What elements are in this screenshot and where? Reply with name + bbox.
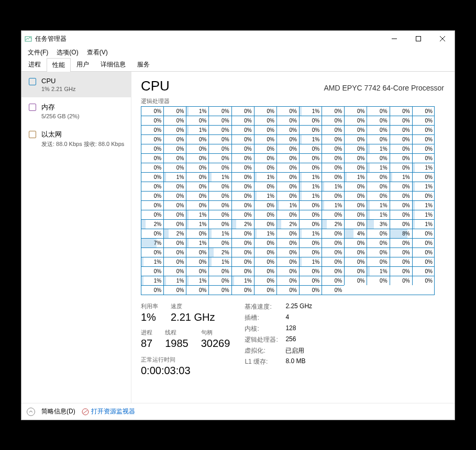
lp-cell[interactable]: 0%	[231, 248, 254, 257]
lp-cell[interactable]: 0%	[141, 285, 163, 295]
lp-cell[interactable]: 0%	[163, 238, 186, 248]
lp-cell[interactable]: 1%	[163, 172, 186, 182]
lp-cell[interactable]: 1%	[186, 219, 208, 229]
lp-cell[interactable]: 0%	[322, 144, 344, 153]
lp-cell[interactable]: 0%	[254, 238, 276, 248]
lp-cell[interactable]: 1%	[412, 182, 435, 191]
lp-cell[interactable]: 0%	[186, 144, 208, 153]
lp-cell[interactable]: 0%	[322, 153, 344, 163]
lp-cell[interactable]: 1%	[299, 182, 322, 191]
lp-cell[interactable]: 0%	[390, 248, 412, 257]
lp-cell[interactable]: 1%	[299, 257, 322, 266]
lp-cell[interactable]: 0%	[367, 182, 389, 191]
sidebar-item-cpu[interactable]: CPU 1% 2.21 GHz	[21, 72, 131, 97]
lp-cell[interactable]: 0%	[344, 248, 367, 257]
lp-cell[interactable]: 0%	[163, 144, 186, 153]
lp-cell[interactable]: 0%	[208, 106, 231, 116]
lp-cell[interactable]: 0%	[186, 182, 208, 191]
lp-cell[interactable]: 0%	[299, 144, 322, 153]
lp-cell[interactable]: 0%	[231, 229, 254, 238]
lp-cell[interactable]: 0%	[412, 125, 435, 134]
lp-cell[interactable]: 0%	[186, 229, 208, 238]
lp-cell[interactable]: 1%	[344, 172, 367, 182]
chevron-up-icon[interactable]	[27, 408, 35, 416]
lp-cell[interactable]: 1%	[186, 125, 208, 134]
lp-cell[interactable]: 0%	[208, 285, 231, 295]
lp-cell[interactable]: 1%	[254, 172, 276, 182]
lp-cell[interactable]: 0%	[299, 219, 322, 229]
close-button[interactable]	[430, 31, 455, 47]
lp-cell[interactable]: 0%	[299, 238, 322, 248]
open-resmon-link[interactable]: 打开资源监视器	[91, 407, 135, 416]
lp-cell[interactable]: 1%	[163, 276, 186, 285]
lp-cell[interactable]: 1%	[231, 276, 254, 285]
lp-cell[interactable]: 0%	[322, 125, 344, 134]
lp-cell[interactable]: 0%	[163, 200, 186, 210]
lp-cell[interactable]: 2%	[276, 219, 299, 229]
lp-cell[interactable]: 0%	[367, 248, 389, 257]
lp-cell[interactable]: 0%	[231, 172, 254, 182]
lp-cell[interactable]: 0%	[186, 257, 208, 266]
lp-cell[interactable]: 0%	[412, 191, 435, 200]
lp-cell[interactable]: 0%	[208, 276, 231, 285]
lp-cell[interactable]: 0%	[412, 144, 435, 153]
lp-cell[interactable]: 0%	[412, 257, 435, 266]
lp-cell[interactable]: 1%	[367, 144, 389, 153]
lp-cell[interactable]: 0%	[254, 210, 276, 219]
tab-processes[interactable]: 进程	[23, 58, 47, 71]
lp-cell[interactable]: 1%	[299, 106, 322, 116]
lp-cell[interactable]: 0%	[344, 163, 367, 172]
lp-cell[interactable]: 1%	[254, 229, 276, 238]
lp-cell[interactable]: 0%	[141, 172, 163, 182]
lp-cell[interactable]: 1%	[186, 238, 208, 248]
lp-cell[interactable]: 3%	[367, 219, 389, 229]
lp-cell[interactable]: 0%	[344, 106, 367, 116]
lp-cell[interactable]: 1%	[208, 229, 231, 238]
lp-cell[interactable]: 1%	[367, 163, 389, 172]
lp-cell[interactable]: 0%	[322, 266, 344, 276]
lp-cell[interactable]: 0%	[322, 257, 344, 266]
lp-cell[interactable]: 0%	[322, 229, 344, 238]
lp-cell[interactable]: 1%	[367, 266, 389, 276]
lp-cell[interactable]: 0%	[367, 172, 389, 182]
lp-cell[interactable]: 0%	[276, 210, 299, 219]
lp-cell[interactable]: 0%	[322, 248, 344, 257]
lp-cell[interactable]: 0%	[276, 191, 299, 200]
lp-cell[interactable]: 0%	[163, 257, 186, 266]
maximize-button[interactable]	[406, 31, 430, 47]
lp-cell[interactable]: 0%	[163, 134, 186, 144]
lp-cell[interactable]: 1%	[186, 106, 208, 116]
lp-cell[interactable]: 0%	[412, 266, 435, 276]
lp-cell[interactable]: 0%	[163, 153, 186, 163]
lp-cell[interactable]: 0%	[163, 248, 186, 257]
lp-cell[interactable]: 0%	[276, 257, 299, 266]
lp-cell[interactable]: 0%	[390, 219, 412, 229]
lp-cell[interactable]: 0%	[390, 116, 412, 125]
lp-cell[interactable]: 0%	[299, 276, 322, 285]
lp-cell[interactable]: 0%	[390, 238, 412, 248]
lp-cell[interactable]: 0%	[276, 134, 299, 144]
lp-cell[interactable]: 0%	[208, 191, 231, 200]
lp-cell[interactable]: 0%	[322, 285, 344, 295]
lp-cell[interactable]: 0%	[163, 285, 186, 295]
lp-cell[interactable]: 0%	[141, 182, 163, 191]
lp-cell[interactable]: 1%	[254, 191, 276, 200]
lp-cell[interactable]: 0%	[390, 200, 412, 210]
lp-cell[interactable]: 0%	[254, 285, 276, 295]
menu-options[interactable]: 选项(O)	[52, 47, 82, 58]
lp-cell[interactable]: 0%	[231, 182, 254, 191]
tab-users[interactable]: 用户	[71, 58, 95, 71]
lp-cell[interactable]: 0%	[299, 210, 322, 219]
lp-cell[interactable]: 0%	[231, 144, 254, 153]
lp-cell[interactable]: 0%	[163, 210, 186, 219]
lp-cell[interactable]: 1%	[141, 257, 163, 266]
lp-cell[interactable]: 0%	[254, 106, 276, 116]
lp-cell[interactable]: 0%	[231, 125, 254, 134]
lp-cell[interactable]: 0%	[231, 134, 254, 144]
lp-cell[interactable]: 0%	[141, 125, 163, 134]
lp-cell[interactable]: 2%	[141, 219, 163, 229]
tab-services[interactable]: 服务	[131, 58, 156, 71]
lp-cell[interactable]: 0%	[276, 106, 299, 116]
lp-cell[interactable]: 0%	[141, 163, 163, 172]
lp-cell[interactable]: 0%	[367, 106, 389, 116]
